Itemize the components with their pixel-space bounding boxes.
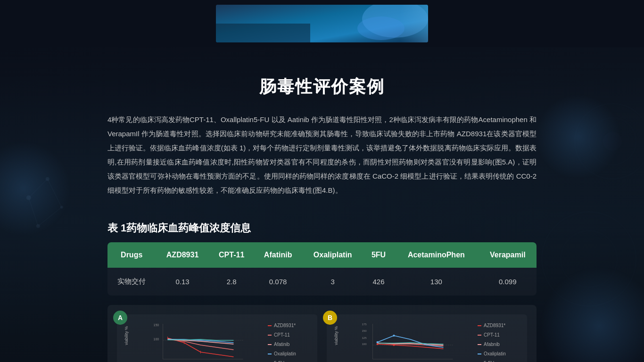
svg-point-7 (36, 224, 40, 228)
svg-point-13 (589, 118, 636, 165)
col-header-5fu: 5FU (363, 242, 394, 268)
legend-item: 5-FU (478, 359, 520, 362)
col-header-drugs: Drugs (107, 242, 156, 268)
svg-point-34 (377, 341, 379, 343)
legend-item: Afatinib (268, 340, 310, 349)
svg-line-11 (29, 198, 38, 226)
legend-label: Afabnib (484, 340, 500, 349)
svg-point-14 (603, 132, 622, 151)
legend-color-indicator (478, 325, 481, 326)
legend-color-indicator (478, 344, 481, 345)
svg-text:100: 100 (362, 343, 367, 346)
legend-color-indicator (268, 344, 272, 345)
legend-item: Oxaliplatin (478, 350, 520, 358)
chart-panel-b: B viability % 175 150 125 100 (327, 314, 527, 362)
legend-label: 5-FU (484, 359, 494, 362)
legend-color-indicator (268, 354, 272, 354)
chart-a-inner: viability % 150 100 (124, 321, 310, 362)
svg-point-2 (357, 16, 405, 40)
svg-point-33 (393, 344, 395, 346)
legend-item: CPT-11 (268, 331, 310, 339)
col-header-oxaliplatin: Oxaliplatin (302, 242, 363, 268)
charts-container: A viability % 150 100 (107, 305, 537, 362)
table-body: 实物交付0.132.80.07834261300.099 (107, 268, 537, 296)
description-text: 4种常见的临床泻高发药物CPT-11、Oxallplatin5-FU 以及 Aa… (107, 113, 537, 197)
table-section: 表 1药物临床血药峰值浓度信息 Drugs AZD8931 CPT-11 Afa… (51, 221, 593, 296)
top-image-section (0, 0, 644, 47)
table-cell-value: 0.13 (156, 268, 209, 296)
svg-point-4 (26, 196, 31, 200)
legend-color-indicator (268, 325, 272, 326)
svg-line-8 (29, 179, 48, 198)
main-content-section: 肠毒性评价案例 4种常见的临床泻高发药物CPT-11、Oxallplatin5-… (0, 47, 644, 362)
chart-panel-a: A viability % 150 100 (117, 314, 317, 362)
svg-text:150: 150 (362, 329, 367, 332)
table-header-row: Drugs AZD8931 CPT-11 Afatinib Oxaliplati… (107, 242, 537, 268)
chart-badge-b: B (323, 311, 337, 325)
legend-item: AZD8931* (268, 321, 310, 330)
svg-point-35 (393, 335, 395, 337)
svg-text:150: 150 (154, 323, 159, 327)
legend-color-indicator (268, 335, 272, 336)
chart-a-svg: 150 100 (133, 321, 263, 362)
table-cell-label: 实物交付 (107, 268, 156, 296)
chart-a-ylabel: viability % (124, 326, 129, 345)
table-title: 表 1药物临床血药峰值浓度信息 (107, 221, 537, 235)
legend-item: Afabnib (478, 340, 520, 349)
legend-color-indicator (478, 354, 481, 354)
legend-label: AZD8931* (484, 321, 505, 330)
chart-section: A viability % 150 100 (51, 305, 593, 362)
table-cell-value: 0.099 (479, 268, 537, 296)
legend-item: AZD8931* (478, 321, 520, 330)
table-cell-value: 2.8 (209, 268, 254, 296)
legend-label: AZD8931* (274, 321, 296, 330)
chart-b-legend: AZD8931*CPT-11AfabnibOxaliplatin5-FU (478, 321, 520, 362)
legend-label: CPT-11 (484, 331, 500, 339)
svg-text:125: 125 (362, 337, 367, 339)
col-header-cpt: CPT-11 (209, 242, 254, 268)
description-section: 4种常见的临床泻高发药物CPT-11、Oxallplatin5-FU 以及 Aa… (51, 113, 593, 212)
chart-a-plot-area: 150 100 (133, 321, 263, 362)
table-cell-value: 426 (363, 268, 394, 296)
chart-a-legend: AZD8931*CPT-11AfatinibOxaliplatin5-FU (268, 321, 310, 362)
drug-concentration-table: Drugs AZD8931 CPT-11 Afatinib Oxaliplati… (107, 242, 537, 296)
chart-b-y-axis: viability % (334, 321, 339, 345)
legend-item: Oxaliplatin (268, 350, 310, 358)
chart-b-inner: viability % 175 150 125 100 (334, 321, 520, 362)
header-image (216, 5, 428, 42)
legend-label: Afatinib (274, 340, 289, 349)
legend-label: Oxaliplatin (274, 350, 296, 358)
chart-a-y-axis: viability % (124, 321, 129, 345)
legend-label: 5-FU (274, 359, 284, 362)
chart-b-ylabel: viability % (334, 326, 339, 345)
legend-label: Oxaliplatin (484, 350, 506, 358)
col-header-afatinib: Afatinib (254, 242, 302, 268)
svg-text:100: 100 (154, 337, 159, 341)
svg-text:175: 175 (362, 323, 367, 326)
legend-item: 5-FU (268, 359, 310, 362)
col-header-azd: AZD8931 (156, 242, 209, 268)
page-title: 肠毒性评价案例 (9, 75, 635, 99)
table-cell-value: 0.078 (254, 268, 302, 296)
table-cell-value: 3 (302, 268, 363, 296)
svg-rect-3 (216, 24, 310, 42)
svg-point-32 (377, 343, 379, 345)
chart-b-svg: 175 150 125 100 (343, 321, 473, 362)
legend-label: CPT-11 (274, 331, 290, 339)
chart-badge-a: A (113, 311, 127, 325)
chart-b-plot-area: 175 150 125 100 (343, 321, 473, 362)
legend-item: CPT-11 (478, 331, 520, 339)
main-title-section: 肠毒性评价案例 (0, 57, 644, 113)
col-header-verapamil: Verapamil (479, 242, 537, 268)
legend-color-indicator (478, 335, 481, 336)
col-header-acetaminophen: AcetaminoPhen (394, 242, 479, 268)
table-cell-value: 130 (394, 268, 479, 296)
svg-point-5 (46, 177, 50, 181)
table-row: 实物交付0.132.80.07834261300.099 (107, 268, 537, 296)
